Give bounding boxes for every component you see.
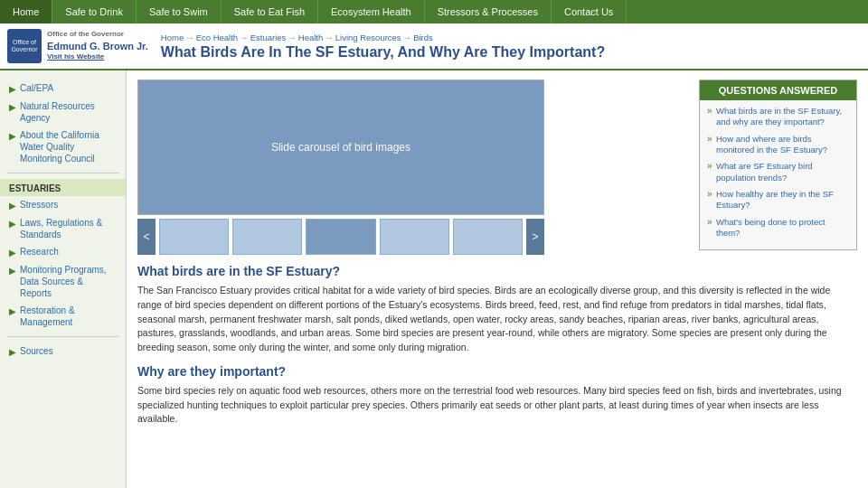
list-item: What birds are in the SF Estuary, and wh… (707, 106, 849, 128)
section1-body: The San Francisco Estuary provides criti… (137, 284, 857, 355)
page-title: What Birds Are In The SF Estuary, And Wh… (161, 44, 605, 61)
arrow-icon: ▶ (9, 305, 16, 317)
content-text: What birds are in the SF Estuary? The Sa… (137, 264, 857, 436)
header: Office ofGovernor Office of the Governor… (0, 23, 868, 70)
arrow-icon: ▶ (9, 200, 16, 211)
sidebar-item-cwqmc[interactable]: ▶ About the California Water Quality Mon… (0, 127, 126, 167)
sidebar-item-monitoring[interactable]: ▶ Monitoring Programs, Data Sources & Re… (0, 261, 126, 302)
sidebar-item-laws[interactable]: ▶ Laws, Regulations & Standards (0, 214, 126, 243)
sidebar-item-sources[interactable]: ▶ Sources (0, 343, 126, 361)
section2-title: Why are they important? (137, 364, 857, 379)
breadcrumb-area: Home → Eco Health → Estuaries → Health →… (161, 33, 605, 61)
top-nav: Home Safe to Drink Safe to Swim Safe to … (0, 0, 868, 23)
question-link-1[interactable]: What birds are in the SF Estuary, and wh… (716, 106, 849, 128)
carousel-wrapper: Slide carousel of bird images < > (137, 80, 544, 255)
arrow-icon: ▶ (9, 247, 16, 258)
arrow-icon: ▶ (9, 130, 16, 142)
governor-name: Office of the Governor Edmund G. Brown J… (47, 30, 148, 61)
arrow-icon: ▶ (9, 218, 16, 230)
header-logo: Office ofGovernor Office of the Governor… (7, 29, 148, 63)
sidebar-section-estuaries: ESTUARIES (0, 179, 126, 196)
breadcrumb-birds[interactable]: Birds (413, 33, 433, 42)
nav-stressors[interactable]: Stressors & Processes (425, 0, 552, 23)
nav-contact[interactable]: Contact Us (552, 0, 627, 23)
governor-logo: Office ofGovernor (7, 29, 42, 63)
question-link-3[interactable]: What are SF Estuary bird population tren… (716, 161, 849, 183)
questions-header: QUESTIONS ANSWERED (700, 80, 856, 100)
sidebar: ▶ Cal/EPA ▶ Natural Resources Agency ▶ A… (0, 70, 127, 488)
nav-safe-drink[interactable]: Safe to Drink (52, 0, 137, 23)
main-layout: ▶ Cal/EPA ▶ Natural Resources Agency ▶ A… (0, 70, 868, 488)
question-link-4[interactable]: How healthy are they in the SF Estuary? (716, 189, 849, 211)
breadcrumb-living-resources[interactable]: Living Resources (335, 33, 401, 42)
arrow-icon: ▶ (9, 265, 16, 277)
carousel-thumb-3[interactable] (306, 219, 375, 255)
carousel-placeholder: Slide carousel of bird images (271, 141, 410, 154)
content-area: QUESTIONS ANSWERED What birds are in the… (127, 70, 868, 488)
questions-box: QUESTIONS ANSWERED What birds are in the… (699, 80, 857, 250)
section1-title: What birds are in the SF Estuary? (137, 264, 857, 278)
carousel-thumbs: < > (137, 219, 544, 255)
nav-home[interactable]: Home (0, 0, 52, 23)
question-link-5[interactable]: What's being done to protect them? (716, 217, 849, 239)
list-item: What's being done to protect them? (707, 217, 849, 239)
breadcrumb-eco-health[interactable]: Eco Health (196, 33, 238, 42)
arrow-icon: ▶ (9, 83, 16, 95)
visit-website-link[interactable]: Visit his Website (47, 52, 148, 61)
arrow-icon: ▶ (9, 346, 16, 358)
breadcrumb-health[interactable]: Health (298, 33, 323, 42)
carousel-thumb-5[interactable] (453, 219, 523, 255)
sidebar-divider-2 (7, 336, 118, 337)
list-item: How and where are birds monitored in the… (707, 134, 849, 156)
sidebar-item-research[interactable]: ▶ Research (0, 243, 126, 261)
sidebar-item-calepa[interactable]: ▶ Cal/EPA (0, 80, 126, 98)
carousel-thumb-4[interactable] (380, 219, 449, 255)
carousel-main: Slide carousel of bird images (137, 80, 544, 215)
breadcrumb-estuaries[interactable]: Estuaries (250, 33, 287, 42)
breadcrumb-home[interactable]: Home (161, 33, 184, 42)
sidebar-item-nra[interactable]: ▶ Natural Resources Agency (0, 98, 126, 127)
arrow-icon: ▶ (9, 101, 16, 113)
question-link-2[interactable]: How and where are birds monitored in the… (716, 134, 849, 156)
carousel-thumb-1[interactable] (159, 219, 229, 255)
questions-list: What birds are in the SF Estuary, and wh… (700, 100, 856, 249)
carousel-prev-button[interactable]: < (137, 219, 156, 255)
section2-body: Some bird species rely on aquatic food w… (137, 384, 857, 427)
nav-ecosystem[interactable]: Ecosystem Health (318, 0, 425, 23)
governor-info: Office of the Governor Edmund G. Brown J… (47, 30, 148, 61)
breadcrumb: Home → Eco Health → Estuaries → Health →… (161, 33, 605, 42)
carousel-next-button[interactable]: > (526, 219, 544, 255)
sidebar-divider (7, 173, 118, 174)
sidebar-item-stressors[interactable]: ▶ Stressors (0, 196, 126, 214)
list-item: How healthy are they in the SF Estuary? (707, 189, 849, 211)
sidebar-item-restoration[interactable]: ▶ Restoration & Management (0, 302, 126, 331)
nav-safe-swim[interactable]: Safe to Swim (137, 0, 222, 23)
nav-safe-fish[interactable]: Safe to Eat Fish (222, 0, 318, 23)
carousel-thumb-2[interactable] (232, 219, 302, 255)
list-item: What are SF Estuary bird population tren… (707, 161, 849, 183)
